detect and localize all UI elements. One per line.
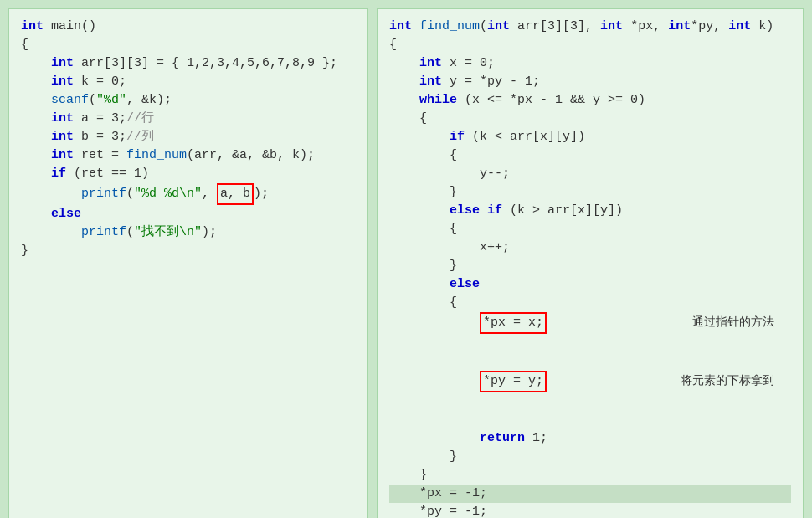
right-line-19: } [389,448,791,466]
str-printf-1: "%d %d\n" [134,187,202,201]
right-header: int find_num(int arr[3][3], int *px, int… [389,18,791,36]
left-line-4: int k = 0; [21,73,356,91]
fn-scanf: scanf [51,93,89,107]
left-line-5: scanf("%d", &k); [21,91,356,110]
kw-int-py: int [668,19,691,33]
right-line-21: *px = -1; [389,485,791,503]
right-line-13: } [389,257,791,275]
right-line-1: { [389,36,791,54]
annotation-1: 通过指针的方法 [692,312,774,331]
left-line-10: printf("%d %d\n", a, b); [21,183,356,205]
right-line-9: } [389,183,791,202]
str-scanf: "%d" [96,93,126,107]
kw-int-arr-param: int [487,19,510,33]
kw-int-x: int [419,56,442,70]
annotation-2: 将元素的下标拿到 [681,371,774,389]
right-line-17: *py = y; 将元素的下标拿到 [389,371,791,429]
right-line-15: { [389,294,791,312]
left-line-12: printf("找不到\n"); [21,223,356,242]
left-line-1: int main() [21,18,356,36]
kw-int-k-param: int [728,19,751,33]
kw-int-ret: int [51,148,74,162]
kw-int-px: int [600,19,623,33]
right-line-5: { [389,110,791,128]
right-line-11: { [389,220,791,238]
highlight-py: *py = y; [480,371,547,392]
kw-int-y: int [419,74,442,89]
right-line-20: } [389,466,791,485]
kw-while: while [419,93,457,107]
right-line-7: { [389,146,791,165]
kw-if: if [51,167,66,181]
right-line-10: else if (k > arr[x][y]) [389,202,791,220]
kw-return-1: return [480,431,525,445]
right-line-2: int x = 0; [389,54,791,73]
fn-printf-2: printf [81,225,126,239]
left-line-8: int ret = find_num(arr, &a, &b, k); [21,146,356,165]
right-line-8: y--; [389,165,791,183]
highlight-px: *px = x; [480,312,547,334]
right-line-22: *py = -1; [389,503,791,518]
right-line-16: *px = x; 通过指针的方法 [389,312,791,371]
str-printf-2: "找不到\n" [134,225,202,239]
main-area: int main() { int arr[3][3] = { 1,2,3,4,5… [0,0,812,518]
left-line-2: { [21,36,356,54]
left-closing: } [21,242,356,260]
right-line-4: while (x <= *px - 1 && y >= 0) [389,91,791,110]
left-line-6: int a = 3;//行 [21,110,356,128]
right-line-12: x++; [389,238,791,257]
cmt-row: //行 [126,111,154,126]
highlight-ab: a, b [217,183,254,205]
kw-int-k: int [51,74,74,89]
kw-if-k: if [450,130,465,144]
fn-find-num-def: find_num [419,19,480,33]
right-line-14: else [389,275,791,294]
kw-int-a: int [51,111,74,126]
right-panel: int find_num(int arr[3][3], int *px, int… [377,8,804,518]
left-panel: int main() { int arr[3][3] = { 1,2,3,4,5… [8,8,368,518]
fn-find-num: find_num [126,148,187,162]
kw-int-arr: int [51,56,74,70]
cmt-col: //列 [126,130,154,144]
right-line-18: return 1; [389,429,791,448]
fn-printf-1: printf [81,187,126,201]
kw-else-if: else if [450,203,502,218]
kw-int-main: int [21,19,44,33]
left-line-11: else [21,205,356,223]
kw-int-find: int [389,19,412,33]
left-line-3: int arr[3][3] = { 1,2,3,4,5,6,7,8,9 }; [21,54,356,73]
left-line-7: int b = 3;//列 [21,128,356,146]
kw-int-b: int [51,130,74,144]
kw-else-2: else [450,277,480,291]
left-line-9: if (ret == 1) [21,165,356,183]
kw-else: else [51,207,81,221]
right-line-6: if (k < arr[x][y]) [389,128,791,146]
right-line-3: int y = *py - 1; [389,73,791,91]
